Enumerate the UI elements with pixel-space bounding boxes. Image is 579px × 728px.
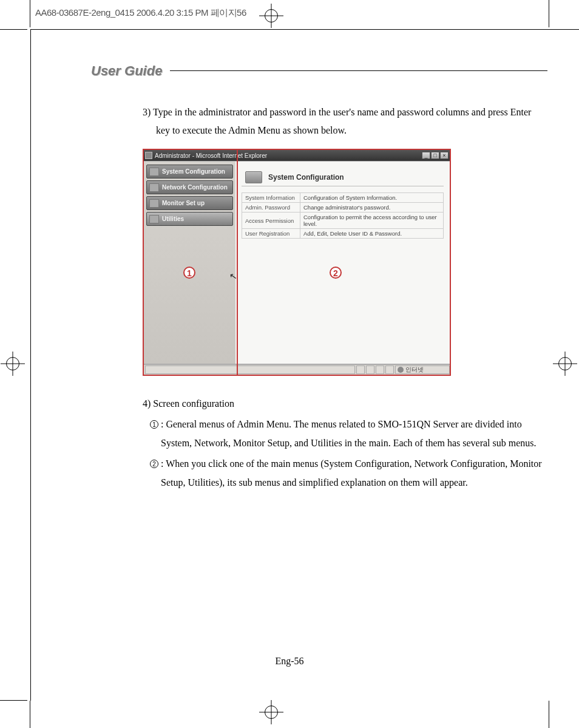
cfg-key[interactable]: Access Permission bbox=[242, 213, 300, 229]
cfg-key[interactable]: User Registration bbox=[242, 229, 300, 239]
register-bottom bbox=[265, 706, 278, 719]
admin-screenshot: Administrator - Microsoft Internet Explo… bbox=[143, 149, 451, 376]
sidebar-item-network-config[interactable]: Network Configuration bbox=[146, 180, 233, 194]
crop-bl-v bbox=[30, 701, 30, 728]
step-4-block: 4) Screen configuration 1 : General menu… bbox=[143, 395, 543, 492]
internet-icon bbox=[398, 367, 404, 373]
crop-bl-h bbox=[0, 700, 27, 701]
cfg-desc: Add, Edit, Delete User ID & Password. bbox=[300, 229, 444, 239]
sidebar-item-monitor-setup[interactable]: Monitor Set up bbox=[146, 196, 233, 210]
register-left bbox=[6, 357, 19, 370]
status-cell bbox=[376, 366, 384, 374]
callout-2: 2 bbox=[330, 267, 342, 279]
cfg-desc: Configuration to permit the access accor… bbox=[300, 213, 444, 229]
screenshot-divider bbox=[237, 149, 238, 376]
minimize-button[interactable]: _ bbox=[422, 152, 430, 159]
print-job-header: AA68-03687E-2eng_0415 2006.4.20 3:15 PM … bbox=[35, 7, 246, 19]
table-row: Access Permission Configuration to permi… bbox=[242, 213, 444, 229]
register-right bbox=[558, 357, 572, 370]
status-cell bbox=[145, 366, 355, 374]
crop-left-h bbox=[0, 29, 27, 30]
list-item: 1 : General menus of Admin Menu. The men… bbox=[143, 415, 543, 452]
monitor-icon bbox=[149, 168, 159, 176]
table-row: User Registration Add, Edit, Delete User… bbox=[242, 229, 444, 239]
sidebar-item-utilities[interactable]: Utilities bbox=[146, 212, 233, 226]
register-top bbox=[265, 9, 278, 22]
status-zone-text: 인터넷 bbox=[405, 366, 424, 374]
item-text: : When you click one of the main menus (… bbox=[161, 455, 543, 492]
list-item: 2 : When you click one of the main menus… bbox=[143, 455, 543, 492]
window-title: Administrator - Microsoft Internet Explo… bbox=[155, 152, 267, 159]
sidebar-label: Monitor Set up bbox=[162, 200, 205, 206]
table-row: System Information Configuration of Syst… bbox=[242, 193, 444, 203]
crop-br-v bbox=[549, 701, 549, 728]
table-row: Admin. Password Change administrator's p… bbox=[242, 203, 444, 213]
status-cell bbox=[356, 366, 365, 374]
item-marker: 2 bbox=[143, 455, 161, 473]
network-icon bbox=[149, 183, 159, 192]
sidebar-item-system-config[interactable]: System Configuration bbox=[146, 165, 233, 179]
panel-header: System Configuration bbox=[242, 169, 444, 186]
cfg-desc: Change administrator's password. bbox=[300, 203, 444, 213]
status-cell bbox=[385, 366, 394, 374]
step-4-heading: 4) Screen configuration bbox=[143, 395, 543, 413]
item-marker: 1 bbox=[143, 415, 161, 434]
status-cell bbox=[366, 366, 374, 374]
ie-icon bbox=[145, 152, 152, 159]
callout-1: 1 bbox=[183, 267, 195, 279]
status-zone: 인터넷 bbox=[395, 366, 450, 374]
page-number: Eng-56 bbox=[0, 656, 579, 667]
content-panel: System Configuration System Information … bbox=[235, 162, 450, 364]
sidebar-label: Utilities bbox=[162, 216, 184, 222]
display-icon bbox=[149, 199, 159, 208]
sidebar: System Configuration Network Configurati… bbox=[144, 162, 235, 364]
tools-icon bbox=[149, 215, 159, 223]
status-bar: 인터넷 bbox=[144, 364, 450, 375]
cfg-desc: Configuration of System Information. bbox=[300, 193, 444, 203]
section-title: User Guide bbox=[91, 63, 162, 79]
sidebar-label: System Configuration bbox=[162, 168, 225, 175]
item-text: : General menus of Admin Menu. The menus… bbox=[161, 415, 543, 452]
section-rule bbox=[170, 70, 547, 71]
maximize-button[interactable]: □ bbox=[431, 152, 439, 159]
cfg-key[interactable]: System Information bbox=[242, 193, 300, 203]
crop-right-v bbox=[549, 0, 549, 27]
sidebar-label: Network Configuration bbox=[162, 184, 228, 191]
crop-left-v bbox=[30, 0, 30, 27]
body-text: 3) Type in the administrator and passwor… bbox=[143, 103, 543, 146]
config-icon bbox=[245, 171, 262, 183]
close-button[interactable]: × bbox=[440, 152, 449, 159]
cfg-key[interactable]: Admin. Password bbox=[242, 203, 300, 213]
config-table: System Information Configuration of Syst… bbox=[242, 192, 444, 239]
window-titlebar: Administrator - Microsoft Internet Explo… bbox=[144, 150, 450, 161]
panel-title: System Configuration bbox=[268, 173, 344, 182]
step-3-text: 3) Type in the administrator and passwor… bbox=[143, 103, 543, 140]
